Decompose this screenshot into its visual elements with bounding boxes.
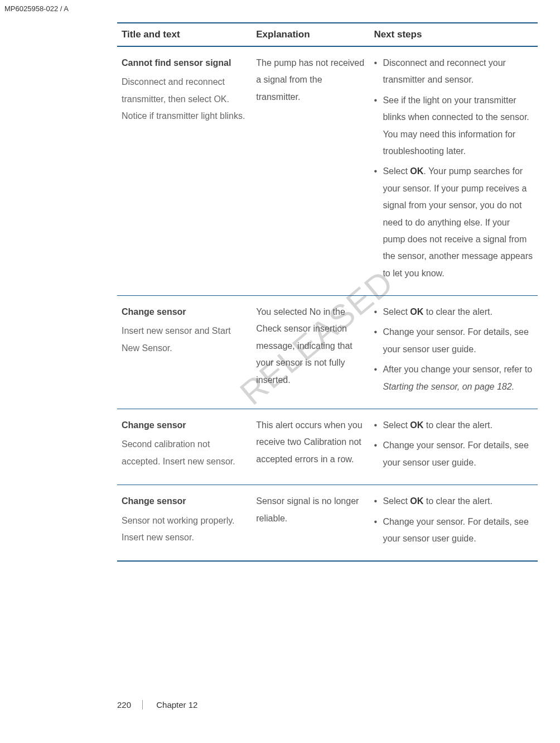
header-next-steps: Next steps	[369, 23, 538, 46]
step-text: Change your sensor. For details, see you…	[383, 517, 528, 543]
alert-title: Change sensor	[122, 493, 247, 510]
alert-subtext: Second calibration not accepted. Insert …	[122, 439, 235, 466]
step-pre-text: Select	[383, 166, 410, 176]
list-item: After you change your sensor, refer to S…	[374, 361, 533, 395]
step-pre-text: Select	[383, 420, 410, 430]
alert-title: Change sensor	[122, 417, 247, 434]
list-item: Select OK to clear the alert.	[374, 493, 533, 510]
step-bold-text: OK	[410, 307, 423, 317]
header-explanation: Explanation	[252, 23, 369, 46]
step-text: See if the light on your transmitter bli…	[383, 95, 529, 156]
alerts-table: Title and text Explanation Next steps Ca…	[117, 22, 538, 562]
step-bold-text: OK	[410, 166, 423, 176]
page-footer: 220 Chapter 12	[117, 700, 197, 710]
step-bold-text: OK	[410, 420, 423, 430]
alert-subtext: Insert new sensor and Start New Sensor.	[122, 326, 231, 352]
steps-list: Select OK to clear the alert.Change your…	[374, 493, 533, 547]
step-bold-text: OK	[410, 496, 423, 506]
page-number: 220	[117, 700, 143, 710]
cell-explanation: This alert occurs when you receive two C…	[252, 409, 369, 485]
list-item: Change your sensor. For details, see you…	[374, 437, 533, 471]
list-item: See if the light on your transmitter bli…	[374, 92, 533, 160]
cell-explanation: Sensor signal is no longer reliable.	[252, 485, 369, 562]
step-pre-text: Select	[383, 307, 410, 317]
header-title-text: Title and text	[117, 23, 252, 46]
list-item: Select OK. Your pump searches for your s…	[374, 163, 533, 282]
chapter-label: Chapter 12	[156, 700, 197, 710]
step-pre-text: Select	[383, 496, 410, 506]
cell-next-steps: Select OK to clear the alert.Change your…	[369, 485, 538, 562]
step-text: to clear the alert.	[423, 420, 493, 430]
list-item: Select OK to clear the alert.	[374, 417, 533, 434]
step-text: to clear the alert.	[423, 496, 493, 506]
step-text: . Your pump searches for your sensor. If…	[383, 166, 533, 277]
cell-next-steps: Disconnect and reconnect your transmitte…	[369, 46, 538, 296]
step-text: Change your sensor. For details, see you…	[383, 327, 528, 353]
alert-title: Change sensor	[122, 304, 247, 320]
step-pre-text: After you change your sensor, refer to	[383, 365, 532, 374]
cell-explanation: You selected No in the Check sensor inse…	[252, 296, 369, 409]
cell-title-text: Change sensorSecond calibration not acce…	[117, 409, 252, 485]
cell-next-steps: Select OK to clear the alert.Change your…	[369, 296, 538, 409]
document-id: MP6025958-022 / A	[4, 4, 69, 13]
alert-subtext: Disconnect and reconnect transmitter, th…	[122, 77, 245, 121]
cell-title-text: Change sensorSensor not working properly…	[117, 485, 252, 562]
step-text: to clear the alert.	[423, 307, 493, 317]
steps-list: Select OK to clear the alert.Change your…	[374, 417, 533, 471]
cell-title-text: Cannot find sensor signalDisconnect and …	[117, 46, 252, 296]
cell-next-steps: Select OK to clear the alert.Change your…	[369, 409, 538, 485]
table-row: Change sensorSecond calibration not acce…	[117, 409, 538, 485]
alert-subtext: Sensor not working properly. Insert new …	[122, 516, 234, 542]
list-item: Select OK to clear the alert.	[374, 304, 533, 320]
list-item: Change your sensor. For details, see you…	[374, 324, 533, 358]
list-item: Disconnect and reconnect your transmitte…	[374, 55, 533, 89]
list-item: Change your sensor. For details, see you…	[374, 514, 533, 548]
step-text: Change your sensor. For details, see you…	[383, 440, 528, 467]
step-italic-text: Starting the sensor, on page 182.	[383, 382, 514, 391]
step-text: Disconnect and reconnect your transmitte…	[383, 58, 506, 84]
cell-explanation: The pump has not received a signal from …	[252, 46, 369, 296]
main-content: Title and text Explanation Next steps Ca…	[117, 22, 538, 562]
alert-title: Cannot find sensor signal	[122, 55, 247, 71]
table-header-row: Title and text Explanation Next steps	[117, 23, 538, 46]
table-row: Cannot find sensor signalDisconnect and …	[117, 46, 538, 296]
table-row: Change sensorInsert new sensor and Start…	[117, 296, 538, 409]
cell-title-text: Change sensorInsert new sensor and Start…	[117, 296, 252, 409]
steps-list: Disconnect and reconnect your transmitte…	[374, 55, 533, 282]
table-row: Change sensorSensor not working properly…	[117, 485, 538, 562]
steps-list: Select OK to clear the alert.Change your…	[374, 304, 533, 395]
